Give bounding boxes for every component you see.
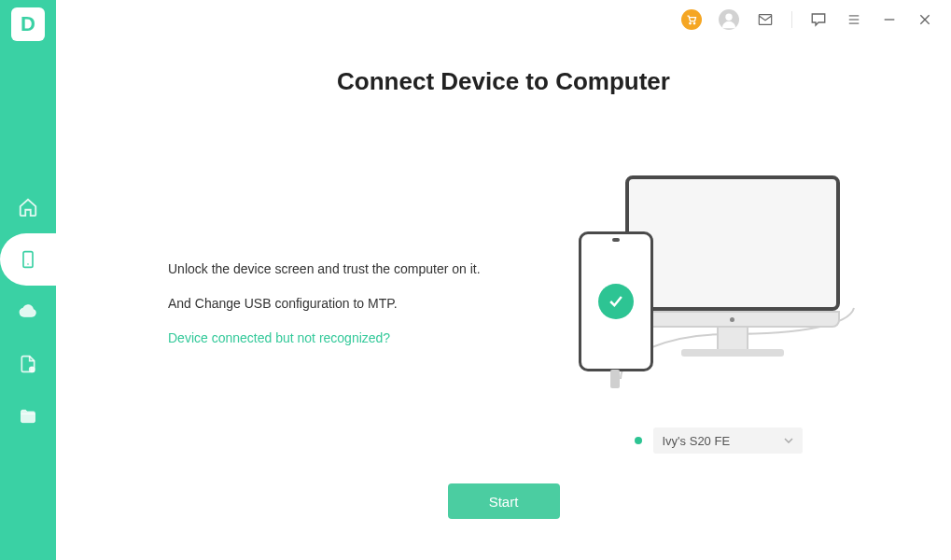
device-illustration [569, 166, 868, 399]
minimize-button[interactable] [880, 10, 899, 29]
cart-button[interactable] [681, 9, 702, 30]
mail-button[interactable] [756, 10, 775, 29]
sidebar: D ! [0, 0, 56, 560]
monitor-base [681, 349, 784, 357]
instructions-column: Unlock the device screen and trust the c… [168, 166, 523, 454]
phone-notch [612, 238, 620, 242]
svg-point-1 [27, 263, 29, 265]
page-title: Connect Device to Computer [56, 67, 951, 96]
sidebar-item-folder[interactable] [0, 390, 56, 442]
monitor-screen [625, 175, 840, 311]
device-select-value: Ivy's S20 FE [663, 434, 731, 448]
phone-illustration [579, 231, 653, 371]
instruction-line-1: Unlock the device screen and trust the c… [168, 259, 523, 279]
svg-point-4 [690, 22, 692, 24]
user-button[interactable] [719, 9, 739, 30]
main-panel: Connect Device to Computer Unlock the de… [56, 0, 951, 560]
home-icon [18, 197, 38, 217]
menu-button[interactable] [845, 10, 863, 29]
mail-icon [756, 12, 775, 27]
illustration-column: Ivy's S20 FE [523, 166, 914, 454]
file-alert-icon: ! [19, 354, 37, 374]
menu-icon [846, 13, 862, 26]
svg-point-5 [693, 22, 695, 24]
cloud-icon [18, 301, 38, 322]
connection-status-dot [635, 437, 642, 444]
sidebar-item-device[interactable] [0, 233, 56, 286]
minimize-icon [882, 12, 897, 27]
instruction-line-2: And Change USB configuration to MTP. [168, 294, 523, 314]
body-row: Unlock the device screen and trust the c… [56, 166, 951, 454]
titlebar-divider [791, 11, 792, 28]
svg-point-6 [725, 14, 732, 21]
close-icon [917, 12, 932, 27]
sidebar-item-file-alert[interactable]: ! [0, 338, 56, 390]
cart-icon [686, 14, 697, 25]
feedback-icon [809, 11, 828, 28]
check-circle-icon [598, 284, 634, 319]
user-icon [719, 9, 739, 30]
phone-icon [19, 248, 37, 271]
sidebar-item-cloud[interactable] [0, 286, 56, 338]
device-select-row: Ivy's S20 FE [635, 427, 803, 454]
help-link[interactable]: Device connected but not recognized? [168, 329, 523, 348]
feedback-button[interactable] [809, 10, 828, 29]
app-logo: D [11, 7, 45, 41]
device-select-dropdown[interactable]: Ivy's S20 FE [653, 427, 803, 454]
close-button[interactable] [916, 10, 934, 29]
svg-rect-0 [23, 252, 33, 268]
folder-icon [18, 407, 38, 426]
chevron-down-icon [784, 438, 793, 443]
sidebar-item-home[interactable] [0, 181, 56, 233]
phone-cable-connector [610, 370, 620, 388]
titlebar [56, 0, 951, 39]
start-button[interactable]: Start [448, 483, 560, 519]
monitor-bezel [625, 311, 840, 328]
content-area: Connect Device to Computer Unlock the de… [56, 39, 951, 560]
